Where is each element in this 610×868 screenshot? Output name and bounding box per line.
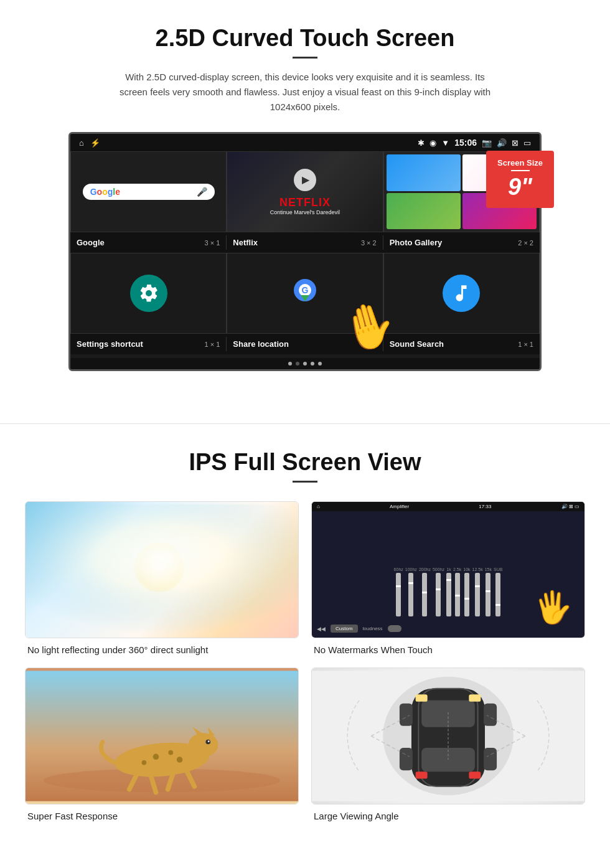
app-grid-top: Google 🎤 ▶ NETFLIX Continue Marvel's Dar… <box>70 151 540 232</box>
app-label-settings: Settings shortcut 1 × 1 <box>70 337 227 351</box>
svg-rect-32 <box>484 704 497 726</box>
app-cell-share[interactable]: G 🤚 <box>227 253 383 334</box>
netflix-subtitle: Continue Marvel's Daredevil <box>270 209 340 215</box>
feature-img-car <box>311 668 585 804</box>
feature-img-amplifier: ⌂ Amplifier 17:33 🔊 ⊠ ▭ 60hz <box>311 501 585 638</box>
feature-img-sunlight <box>25 501 299 638</box>
eq-bar-9: 15k <box>485 567 492 616</box>
mic-icon: 🎤 <box>197 187 207 197</box>
app-cell-google[interactable]: Google 🎤 <box>70 151 227 232</box>
battery-icon: ▭ <box>523 138 531 148</box>
netflix-size: 3 × 2 <box>361 239 377 247</box>
section2-divider <box>293 481 317 483</box>
app-label-google: Google 3 × 1 <box>70 235 227 250</box>
amp-loudness-label: loudness <box>363 626 383 631</box>
amp-title: Amplifier <box>390 504 409 509</box>
home-icon: ⌂ <box>79 138 84 148</box>
cheetah-svg <box>26 668 298 804</box>
status-bar: ⌂ ⚡ ✱ ◉ ▼ 15:06 📷 🔊 ⊠ ▭ <box>70 134 540 151</box>
google-logo: Google <box>90 187 120 197</box>
gallery-label: Photo Gallery <box>390 238 443 247</box>
svg-rect-29 <box>416 771 428 778</box>
sound-label: Sound Search <box>390 339 444 349</box>
amp-custom-btn[interactable]: Custom <box>331 625 358 633</box>
app-label-sound: Sound Search 1 × 1 <box>383 337 540 351</box>
app-label-share: Share location 1 × 1 <box>227 337 383 351</box>
eq-bar-7: 10k <box>463 567 470 616</box>
amp-home-icon: ⌂ <box>317 504 320 509</box>
gear-icon <box>138 283 159 304</box>
app-label-row-1: Google 3 × 1 Netflix 3 × 2 Photo Gallery… <box>70 232 540 253</box>
svg-rect-4 <box>26 504 298 634</box>
loudness-toggle[interactable] <box>388 625 401 632</box>
page-dots <box>70 358 540 369</box>
maps-icon: G <box>289 278 321 309</box>
share-size: 1 × 1 <box>361 341 377 348</box>
feature-label-amplifier: No Watermarks When Touch <box>311 644 585 655</box>
svg-rect-30 <box>469 771 481 778</box>
svg-rect-33 <box>400 748 413 770</box>
screen-size-number: 9" <box>497 174 543 200</box>
amplifier-image: ⌂ Amplifier 17:33 🔊 ⊠ ▭ 60hz <box>312 502 584 638</box>
sound-size: 1 × 1 <box>518 341 533 348</box>
eq-bar-4: 500hz <box>433 567 444 616</box>
amp-back-btn: ◀◀ <box>317 626 326 632</box>
svg-text:G: G <box>302 285 309 295</box>
gallery-size: 2 × 2 <box>518 239 533 247</box>
app-cell-sound[interactable] <box>383 253 540 334</box>
netflix-label: Netflix <box>233 238 258 247</box>
svg-rect-27 <box>416 694 428 701</box>
gallery-thumb-1 <box>387 154 461 191</box>
section1-description: With 2.5D curved-display screen, this de… <box>112 70 498 115</box>
eq-bar-6: 2.5k <box>453 567 461 616</box>
feature-label-sunlight: No light reflecting under 360° direct su… <box>25 644 299 655</box>
touch-hand-icon: 🖐 <box>532 587 574 626</box>
play-button[interactable]: ▶ <box>294 169 316 191</box>
app-cell-settings[interactable] <box>70 253 227 334</box>
feature-label-car: Large Viewing Angle <box>311 811 585 821</box>
feature-img-cheetah <box>25 668 299 804</box>
app-cell-netflix[interactable]: ▶ NETFLIX Continue Marvel's Daredevil <box>227 151 383 232</box>
app-label-netflix: Netflix 3 × 2 <box>227 235 383 250</box>
share-label: Share location <box>233 339 289 349</box>
title-divider <box>293 57 317 59</box>
feature-label-cheetah: Super Fast Response <box>25 811 299 821</box>
app-label-gallery: Photo Gallery 2 × 2 <box>383 235 540 250</box>
cheetah-image <box>26 668 298 804</box>
eq-bar-1: 60hz <box>394 567 403 616</box>
feature-grid: No light reflecting under 360° direct su… <box>25 501 585 821</box>
app-grid-bottom: G 🤚 <box>70 253 540 334</box>
svg-point-13 <box>177 757 183 763</box>
section-divider <box>0 423 610 424</box>
svg-point-12 <box>168 750 173 755</box>
eq-bar-5: 1k <box>446 567 451 616</box>
screen-size-label: Screen Size <box>497 158 543 167</box>
feature-amplifier: ⌂ Amplifier 17:33 🔊 ⊠ ▭ 60hz <box>311 501 585 655</box>
volume-icon: 🔊 <box>497 138 507 148</box>
svg-rect-34 <box>484 748 497 770</box>
feature-cheetah: Super Fast Response <box>25 668 299 821</box>
settings-label: Settings shortcut <box>77 339 143 349</box>
feature-car: Large Viewing Angle <box>311 668 585 821</box>
eq-bar-3: 200hz <box>419 567 431 616</box>
netflix-logo-text: NETFLIX <box>270 196 340 209</box>
badge-divider <box>511 170 530 171</box>
google-label: Google <box>77 238 105 247</box>
settings-icon-circle <box>130 275 167 312</box>
screen-size-badge: Screen Size 9" <box>486 151 554 208</box>
eq-bar-sub: SUB <box>494 567 502 616</box>
dot-5 <box>318 362 322 366</box>
google-search-bar[interactable]: Google 🎤 <box>83 184 215 200</box>
status-time: 15:06 <box>454 138 477 148</box>
amp-time: 17:33 <box>479 504 491 509</box>
section-ips: IPS Full Screen View <box>0 449 610 846</box>
status-right: ✱ ◉ ▼ 15:06 📷 🔊 ⊠ ▭ <box>418 138 531 148</box>
eq-bar-8: 12.5k <box>472 567 483 616</box>
svg-rect-31 <box>400 704 413 726</box>
car-image <box>312 668 584 804</box>
dot-2 <box>296 362 299 366</box>
amp-status-bar: ⌂ Amplifier 17:33 🔊 ⊠ ▭ <box>312 502 584 511</box>
amp-icons: 🔊 ⊠ ▭ <box>561 504 580 509</box>
section2-title: IPS Full Screen View <box>25 449 585 476</box>
svg-point-14 <box>142 760 147 765</box>
